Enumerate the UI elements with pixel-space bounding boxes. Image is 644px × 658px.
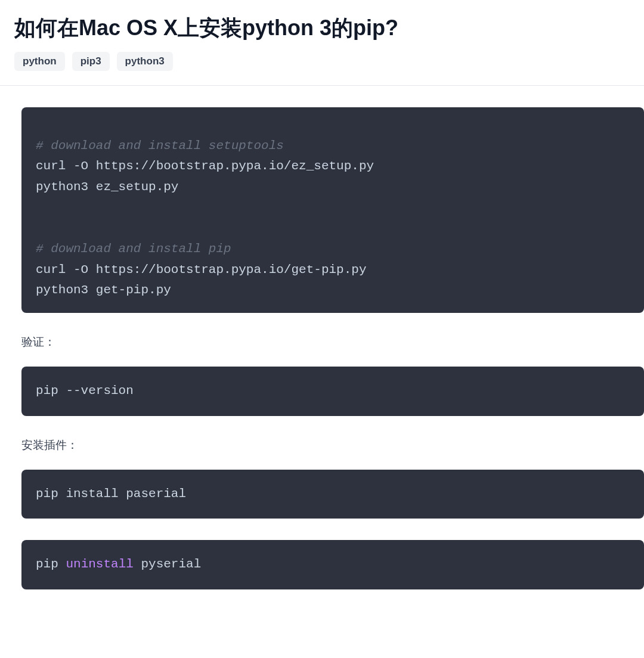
code-line: curl -O https://bootstrap.pypa.io/get-pi… [36, 260, 630, 281]
code-block-setup: # download and install setuptools curl -… [21, 107, 644, 313]
code-block-verify: pip --version [21, 367, 644, 416]
tag-item[interactable]: python3 [117, 52, 173, 71]
tag-list: python pip3 python3 [14, 52, 630, 71]
code-blank [36, 218, 630, 239]
code-keyword: uninstall [66, 557, 133, 571]
code-block-install: pip install paserial [21, 470, 644, 519]
code-line: python3 ez_setup.py [36, 177, 630, 198]
code-line: pip --version [36, 381, 630, 402]
code-line: python3 get-pip.py [36, 280, 630, 301]
code-blank [36, 198, 630, 219]
tag-item[interactable]: python [14, 52, 65, 71]
code-comment: # download and install pip [36, 239, 630, 260]
article-content: # download and install setuptools curl -… [0, 86, 644, 589]
code-comment: # download and install setuptools [36, 136, 630, 157]
code-block-uninstall: pip uninstall pyserial [21, 540, 644, 589]
verify-label: 验证： [21, 334, 644, 350]
code-line: pip install paserial [36, 484, 630, 505]
code-line: curl -O https://bootstrap.pypa.io/ez_set… [36, 156, 630, 177]
code-line: pip uninstall pyserial [36, 554, 630, 575]
page-title: 如何在Mac OS X上安装python 3的pip? [14, 14, 630, 42]
tag-item[interactable]: pip3 [72, 52, 110, 71]
install-label: 安装插件： [21, 437, 644, 453]
